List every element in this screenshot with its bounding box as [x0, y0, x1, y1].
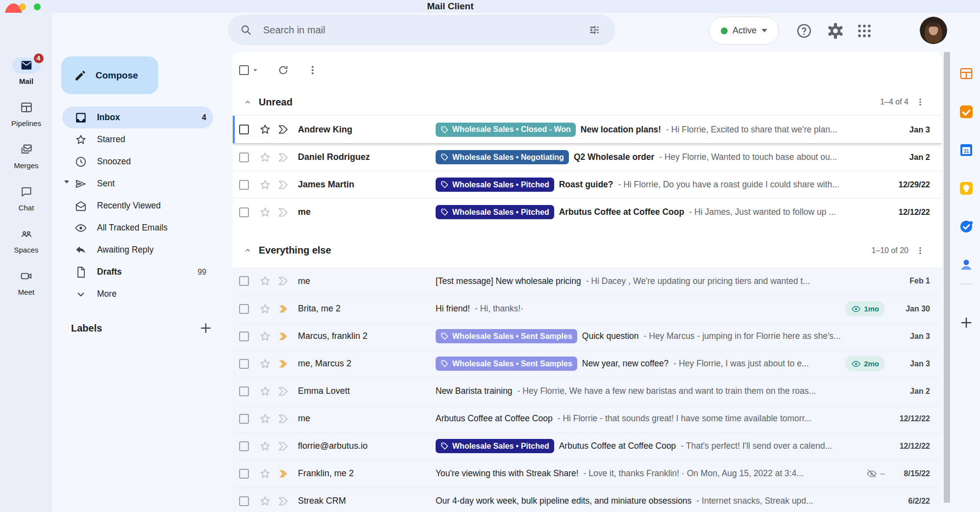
email-row[interactable]: Emma Lovett New Barista training - Hey F…: [233, 377, 942, 405]
row-checkbox[interactable]: [239, 386, 249, 396]
expand-caret-icon[interactable]: [64, 180, 69, 183]
sidebar-item-recently-viewed[interactable]: Recently Viewed: [62, 195, 213, 217]
sidebar-item-inbox[interactable]: Inbox 4: [62, 106, 213, 128]
pipeline-stage-chip[interactable]: Wholesale Sales • Negotiating: [436, 150, 569, 164]
list-scrollbar[interactable]: [944, 52, 950, 503]
add-label-icon[interactable]: [199, 322, 212, 334]
search-input[interactable]: [263, 25, 577, 36]
rail-item-chat[interactable]: Chat: [0, 177, 52, 219]
star-icon[interactable]: [259, 330, 271, 343]
zoom-window-button[interactable]: [34, 3, 41, 10]
minimize-window-button[interactable]: [19, 3, 26, 10]
row-checkbox[interactable]: [239, 125, 249, 134]
row-checkbox[interactable]: [239, 496, 249, 506]
email-row[interactable]: James Martin Wholesale Sales • Pitched R…: [233, 171, 942, 198]
star-icon[interactable]: [259, 151, 271, 164]
sidebar-item-more[interactable]: More: [62, 283, 213, 305]
sidebar-item-starred[interactable]: Starred: [62, 128, 213, 151]
streak-pipeline-icon[interactable]: [277, 358, 290, 370]
row-checkbox[interactable]: [239, 414, 249, 424]
sidebar-item-sent[interactable]: Sent: [62, 173, 213, 195]
row-checkbox[interactable]: [239, 180, 249, 190]
more-options-icon[interactable]: [307, 64, 318, 76]
star-icon[interactable]: [259, 179, 271, 191]
sidebar-item-all-tracked-emails[interactable]: All Tracked Emails: [62, 217, 213, 239]
rail-item-mail[interactable]: 4 Mail: [0, 50, 52, 92]
search-bar[interactable]: [228, 15, 615, 45]
collapse-section-icon[interactable]: [244, 246, 252, 255]
email-row[interactable]: Andrew King Wholesale Sales • Closed - W…: [233, 116, 942, 143]
email-row[interactable]: Marcus, franklin 2 Wholesale Sales • Sen…: [233, 322, 942, 350]
streak-pipelines-icon[interactable]: [959, 66, 974, 81]
streak-pipeline-icon[interactable]: [277, 151, 290, 164]
streak-pipeline-icon[interactable]: [277, 385, 290, 398]
calendar-icon[interactable]: 31: [959, 143, 974, 157]
sidebar-item-drafts[interactable]: Drafts 99: [62, 261, 213, 283]
streak-pipeline-icon[interactable]: [277, 303, 290, 315]
sidebar-item-awaiting-reply[interactable]: Awaiting Reply: [62, 239, 213, 261]
pipeline-stage-chip[interactable]: Wholesale Sales • Pitched: [436, 439, 554, 453]
collapse-section-icon[interactable]: [244, 98, 252, 106]
pipeline-stage-chip[interactable]: Wholesale Sales • Pitched: [436, 205, 554, 219]
star-icon[interactable]: [259, 385, 271, 398]
streak-pipeline-icon[interactable]: [277, 275, 290, 287]
star-icon[interactable]: [259, 206, 271, 219]
streak-pipeline-icon[interactable]: [277, 440, 290, 453]
google-apps-icon[interactable]: [856, 23, 873, 39]
pipeline-stage-chip[interactable]: Wholesale Sales • Sent Samples: [436, 329, 577, 343]
avatar[interactable]: [920, 17, 947, 44]
star-icon[interactable]: [259, 440, 271, 453]
streak-pipeline-icon[interactable]: [277, 330, 290, 343]
select-all-checkbox[interactable]: [239, 65, 249, 75]
streak-pipeline-icon[interactable]: [277, 467, 290, 480]
pipeline-stage-chip[interactable]: Wholesale Sales • Closed - Won: [436, 123, 576, 137]
rail-item-meet[interactable]: Meet: [0, 261, 52, 303]
streak-pipeline-icon[interactable]: [277, 412, 290, 425]
row-checkbox[interactable]: [239, 359, 249, 369]
settings-gear-icon[interactable]: [827, 23, 844, 39]
email-row[interactable]: me [Test message] New wholesale pricing …: [233, 267, 942, 295]
section-menu-icon[interactable]: [915, 97, 925, 107]
star-icon[interactable]: [259, 495, 271, 508]
row-checkbox[interactable]: [239, 153, 249, 162]
email-row[interactable]: Franklin, me 2 You're viewing this with …: [233, 460, 942, 487]
email-row[interactable]: me Arbutus Coffee at Coffee Coop - Hi Fl…: [233, 405, 942, 432]
row-checkbox[interactable]: [239, 207, 249, 217]
compose-button[interactable]: Compose: [61, 56, 158, 94]
email-row[interactable]: Brita, me 2 Hi friend! - Hi, thanks!· 1m…: [233, 295, 942, 322]
email-row[interactable]: Streak CRM Our 4-day work week, bulk pip…: [233, 487, 942, 512]
row-checkbox[interactable]: [239, 469, 249, 479]
email-row[interactable]: florrie@arbutus.io Wholesale Sales • Pit…: [233, 432, 942, 460]
streak-pipeline-icon[interactable]: [277, 206, 290, 219]
get-add-ons-icon[interactable]: [959, 316, 973, 330]
star-icon[interactable]: [259, 303, 271, 315]
sidebar-item-snoozed[interactable]: Snoozed: [62, 151, 213, 173]
rail-item-spaces[interactable]: Spaces: [0, 219, 52, 261]
streak-pipeline-icon[interactable]: [277, 495, 290, 508]
streak-status-dropdown[interactable]: Active: [709, 17, 779, 45]
email-row[interactable]: Daniel Rodriguez Wholesale Sales • Negot…: [233, 143, 942, 171]
row-checkbox[interactable]: [239, 441, 249, 451]
row-checkbox[interactable]: [239, 332, 249, 341]
streak-pipeline-icon[interactable]: [277, 123, 290, 136]
contacts-icon[interactable]: [959, 257, 974, 272]
keep-icon[interactable]: [959, 181, 974, 196]
email-row[interactable]: me, Marcus 2 Wholesale Sales • Sent Samp…: [233, 350, 942, 377]
rail-item-pipelines[interactable]: Pipelines: [0, 92, 52, 134]
star-icon[interactable]: [259, 412, 271, 425]
rail-item-merges[interactable]: Merges: [0, 134, 52, 177]
search-filters-icon[interactable]: [588, 24, 601, 36]
star-icon[interactable]: [259, 123, 271, 136]
email-row[interactable]: me Wholesale Sales • Pitched Arbutus Cof…: [233, 198, 942, 226]
star-icon[interactable]: [259, 467, 271, 480]
help-icon[interactable]: [796, 23, 812, 39]
star-icon[interactable]: [259, 275, 271, 287]
row-checkbox[interactable]: [239, 276, 249, 286]
row-checkbox[interactable]: [239, 304, 249, 314]
streak-mail-icon[interactable]: [959, 104, 974, 119]
star-icon[interactable]: [259, 358, 271, 370]
select-dropdown-icon[interactable]: [251, 66, 260, 75]
refresh-icon[interactable]: [277, 64, 289, 76]
streak-pipeline-icon[interactable]: [277, 179, 290, 191]
pipeline-stage-chip[interactable]: Wholesale Sales • Sent Samples: [436, 357, 577, 371]
